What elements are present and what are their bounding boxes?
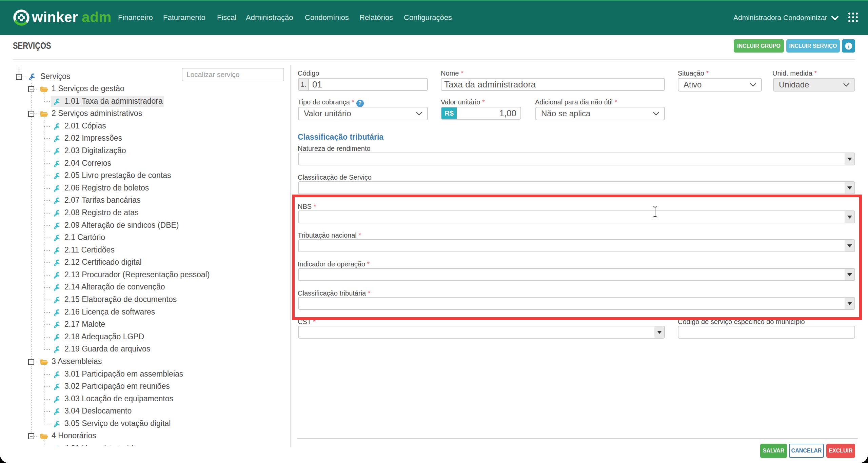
svg-text:i: i <box>848 43 849 49</box>
